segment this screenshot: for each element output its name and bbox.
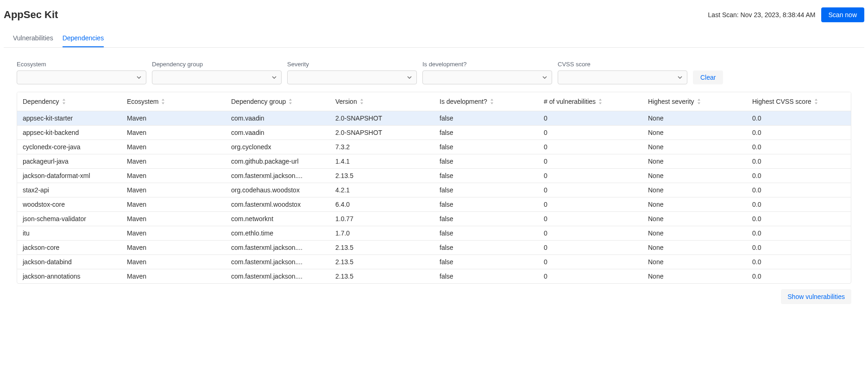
table-row[interactable]: packageurl-javaMavencom.github.package-u… bbox=[17, 154, 851, 169]
cell-ecosystem: Maven bbox=[121, 111, 226, 126]
cell-ecosystem: Maven bbox=[121, 169, 226, 183]
cell-vuln: 0 bbox=[538, 255, 642, 269]
header-right: Last Scan: Nov 23, 2023, 8:38:44 AM Scan… bbox=[708, 7, 864, 22]
table-row[interactable]: jackson-dataformat-xmlMavencom.fasterxml… bbox=[17, 169, 851, 183]
cell-severity: None bbox=[642, 255, 747, 269]
table-row[interactable]: appsec-kit-starterMavencom.vaadin2.0-SNA… bbox=[17, 111, 851, 126]
cell-dependency: json-schema-validator bbox=[17, 212, 121, 226]
filter-cvss-score-label: CVSS score bbox=[558, 61, 687, 68]
sort-icon bbox=[289, 99, 292, 104]
cell-version: 1.7.0 bbox=[330, 226, 434, 241]
cell-ecosystem: Maven bbox=[121, 212, 226, 226]
col-ecosystem[interactable]: Ecosystem bbox=[121, 92, 226, 111]
table-header-row: Dependency Ecosystem Dependency group Ve… bbox=[17, 92, 851, 111]
cell-cvss: 0.0 bbox=[747, 212, 851, 226]
cell-vuln: 0 bbox=[538, 197, 642, 212]
sort-icon bbox=[161, 99, 165, 104]
cell-vuln: 0 bbox=[538, 226, 642, 241]
cell-ecosystem: Maven bbox=[121, 154, 226, 169]
filter-is-development: Is development? bbox=[422, 61, 552, 84]
cell-is-dev: false bbox=[434, 111, 538, 126]
cell-vuln: 0 bbox=[538, 241, 642, 255]
cell-group: com.vaadin bbox=[226, 126, 330, 140]
cell-dependency: itu bbox=[17, 226, 121, 241]
cell-dependency: cyclonedx-core-java bbox=[17, 140, 121, 154]
tab-vulnerabilities[interactable]: Vulnerabilities bbox=[13, 30, 53, 47]
col-dependency[interactable]: Dependency bbox=[17, 92, 121, 111]
col-version[interactable]: Version bbox=[330, 92, 434, 111]
cell-dependency: jackson-dataformat-xml bbox=[17, 169, 121, 183]
cell-ecosystem: Maven bbox=[121, 241, 226, 255]
cell-severity: None bbox=[642, 226, 747, 241]
col-is-development[interactable]: Is development? bbox=[434, 92, 538, 111]
cell-is-dev: false bbox=[434, 269, 538, 284]
filter-dependency-group-select[interactable] bbox=[152, 70, 282, 84]
cell-vuln: 0 bbox=[538, 212, 642, 226]
tabs: Vulnerabilities Dependencies bbox=[4, 30, 864, 48]
chevron-down-icon bbox=[137, 76, 141, 79]
cell-dependency: woodstox-core bbox=[17, 197, 121, 212]
cell-cvss: 0.0 bbox=[747, 226, 851, 241]
clear-button[interactable]: Clear bbox=[693, 70, 723, 84]
cell-is-dev: false bbox=[434, 126, 538, 140]
tab-dependencies[interactable]: Dependencies bbox=[63, 30, 104, 47]
cell-dependency: jackson-annotations bbox=[17, 269, 121, 284]
filter-ecosystem-select[interactable] bbox=[17, 70, 146, 84]
sort-icon bbox=[360, 99, 364, 104]
cell-group: com.vaadin bbox=[226, 111, 330, 126]
sort-icon bbox=[490, 99, 494, 104]
cell-group: org.cyclonedx bbox=[226, 140, 330, 154]
col-dependency-group[interactable]: Dependency group bbox=[226, 92, 330, 111]
cell-severity: None bbox=[642, 111, 747, 126]
cell-severity: None bbox=[642, 241, 747, 255]
col-num-vulnerabilities-label: # of vulnerabilities bbox=[544, 98, 596, 105]
cell-severity: None bbox=[642, 183, 747, 197]
show-vulnerabilities-button[interactable]: Show vulnerabilities bbox=[781, 289, 851, 304]
table-row[interactable]: jackson-coreMavencom.fasterxml.jackson..… bbox=[17, 241, 851, 255]
chevron-down-icon bbox=[542, 76, 547, 79]
filter-is-development-label: Is development? bbox=[422, 61, 552, 68]
filter-is-development-select[interactable] bbox=[422, 70, 552, 84]
table-row[interactable]: jackson-databindMavencom.fasterxml.jacks… bbox=[17, 255, 851, 269]
col-highest-cvss[interactable]: Highest CVSS score bbox=[747, 92, 851, 111]
filter-cvss-score-select[interactable] bbox=[558, 70, 687, 84]
table-row[interactable]: stax2-apiMavenorg.codehaus.woodstox4.2.1… bbox=[17, 183, 851, 197]
chevron-down-icon bbox=[678, 76, 682, 79]
cell-is-dev: false bbox=[434, 255, 538, 269]
cell-vuln: 0 bbox=[538, 269, 642, 284]
scan-now-button[interactable]: Scan now bbox=[821, 7, 864, 22]
table-row[interactable]: cyclonedx-core-javaMavenorg.cyclonedx7.3… bbox=[17, 140, 851, 154]
chevron-down-icon bbox=[407, 76, 412, 79]
cell-group: com.ethlo.time bbox=[226, 226, 330, 241]
cell-ecosystem: Maven bbox=[121, 269, 226, 284]
cell-group: com.fasterxml.woodstox bbox=[226, 197, 330, 212]
col-highest-cvss-label: Highest CVSS score bbox=[752, 98, 811, 105]
table-row[interactable]: json-schema-validatorMavencom.networknt1… bbox=[17, 212, 851, 226]
cell-is-dev: false bbox=[434, 140, 538, 154]
cell-group: com.fasterxml.jackson.... bbox=[226, 241, 330, 255]
cell-cvss: 0.0 bbox=[747, 183, 851, 197]
dependencies-table: Dependency Ecosystem Dependency group Ve… bbox=[17, 92, 851, 284]
filter-dependency-group-label: Dependency group bbox=[152, 61, 282, 68]
cell-group: com.networknt bbox=[226, 212, 330, 226]
col-dependency-label: Dependency bbox=[23, 98, 59, 105]
sort-icon bbox=[598, 99, 602, 104]
table-row[interactable]: appsec-kit-backendMavencom.vaadin2.0-SNA… bbox=[17, 126, 851, 140]
col-num-vulnerabilities[interactable]: # of vulnerabilities bbox=[538, 92, 642, 111]
table-row[interactable]: woodstox-coreMavencom.fasterxml.woodstox… bbox=[17, 197, 851, 212]
cell-version: 2.0-SNAPSHOT bbox=[330, 126, 434, 140]
cell-vuln: 0 bbox=[538, 111, 642, 126]
col-dependency-group-label: Dependency group bbox=[231, 98, 286, 105]
cell-cvss: 0.0 bbox=[747, 126, 851, 140]
cell-is-dev: false bbox=[434, 183, 538, 197]
cell-dependency: appsec-kit-starter bbox=[17, 111, 121, 126]
table-row[interactable]: jackson-annotationsMavencom.fasterxml.ja… bbox=[17, 269, 851, 284]
cell-cvss: 0.0 bbox=[747, 255, 851, 269]
col-highest-severity[interactable]: Highest severity bbox=[642, 92, 747, 111]
cell-severity: None bbox=[642, 197, 747, 212]
filter-severity-select[interactable] bbox=[287, 70, 417, 84]
table-row[interactable]: ituMavencom.ethlo.time1.7.0false0None0.0 bbox=[17, 226, 851, 241]
cell-cvss: 0.0 bbox=[747, 154, 851, 169]
cell-ecosystem: Maven bbox=[121, 197, 226, 212]
cell-severity: None bbox=[642, 154, 747, 169]
